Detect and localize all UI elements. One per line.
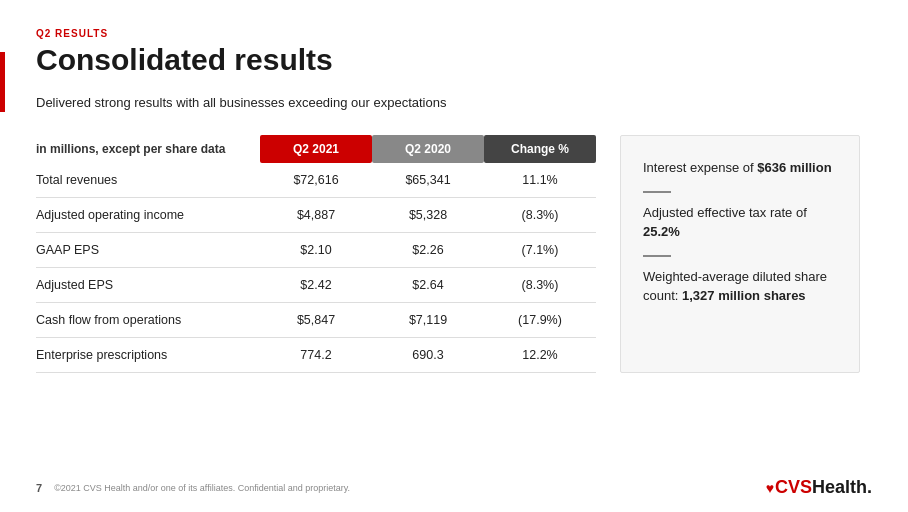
row-change: (17.9%) <box>484 302 596 337</box>
cvs-text: CVS <box>775 477 812 498</box>
info-interest-text: Interest expense of $636 million <box>643 160 832 175</box>
row-change: (7.1%) <box>484 232 596 267</box>
info-divider-2 <box>643 255 671 257</box>
red-bar <box>0 52 5 112</box>
info-item-shares: Weighted-average diluted share count: 1,… <box>643 267 837 305</box>
info-item-tax: Adjusted effective tax rate of 25.2% <box>643 203 837 241</box>
row-q2-2021: $2.42 <box>260 267 372 302</box>
footer-copyright: ©2021 CVS Health and/or one of its affil… <box>54 483 350 493</box>
slide: Q2 RESULTS Consolidated results Delivere… <box>0 0 908 512</box>
table-row: GAAP EPS $2.10 $2.26 (7.1%) <box>36 232 596 267</box>
info-tax-text: Adjusted effective tax rate of 25.2% <box>643 205 807 239</box>
content-area: in millions, except per share data Q2 20… <box>36 135 872 373</box>
table-row: Total revenues $72,616 $65,341 11.1% <box>36 163 596 198</box>
row-q2-2021: $72,616 <box>260 163 372 198</box>
table-row: Adjusted EPS $2.42 $2.64 (8.3%) <box>36 267 596 302</box>
row-label: Adjusted operating income <box>36 197 260 232</box>
cvs-health-text: Health. <box>812 477 872 498</box>
cvs-heart-icon: ♥ <box>766 480 774 496</box>
row-change: 11.1% <box>484 163 596 198</box>
footer: 7 ©2021 CVS Health and/or one of its aff… <box>36 477 872 498</box>
q2-results-label: Q2 RESULTS <box>36 28 872 39</box>
footer-left: 7 ©2021 CVS Health and/or one of its aff… <box>36 482 350 494</box>
row-q2-2020: 690.3 <box>372 337 484 372</box>
page-title: Consolidated results <box>36 43 872 77</box>
table-header-change: Change % <box>484 135 596 163</box>
page-number: 7 <box>36 482 42 494</box>
row-q2-2020: $65,341 <box>372 163 484 198</box>
info-interest-bold: $636 million <box>757 160 831 175</box>
cvs-logo: ♥CVSHealth. <box>766 477 872 498</box>
info-tax-bold: 25.2% <box>643 224 680 239</box>
row-q2-2021: 774.2 <box>260 337 372 372</box>
results-table: in millions, except per share data Q2 20… <box>36 135 596 373</box>
table-section: in millions, except per share data Q2 20… <box>36 135 596 373</box>
info-shares-text: Weighted-average diluted share count: 1,… <box>643 269 827 303</box>
row-change: (8.3%) <box>484 197 596 232</box>
row-label: Total revenues <box>36 163 260 198</box>
info-shares-bold: 1,327 million shares <box>682 288 806 303</box>
row-q2-2021: $5,847 <box>260 302 372 337</box>
row-label: GAAP EPS <box>36 232 260 267</box>
row-label: Cash flow from operations <box>36 302 260 337</box>
table-header-q2-2021: Q2 2021 <box>260 135 372 163</box>
table-row: Adjusted operating income $4,887 $5,328 … <box>36 197 596 232</box>
subtitle: Delivered strong results with all busine… <box>36 93 516 113</box>
row-q2-2020: $2.64 <box>372 267 484 302</box>
row-q2-2021: $4,887 <box>260 197 372 232</box>
row-change: (8.3%) <box>484 267 596 302</box>
row-q2-2020: $5,328 <box>372 197 484 232</box>
table-header-q2-2020: Q2 2020 <box>372 135 484 163</box>
row-change: 12.2% <box>484 337 596 372</box>
row-q2-2021: $2.10 <box>260 232 372 267</box>
table-row: Enterprise prescriptions 774.2 690.3 12.… <box>36 337 596 372</box>
info-box: Interest expense of $636 million Adjuste… <box>620 135 860 373</box>
table-row: Cash flow from operations $5,847 $7,119 … <box>36 302 596 337</box>
info-item-interest: Interest expense of $636 million <box>643 158 837 177</box>
info-divider-1 <box>643 191 671 193</box>
row-q2-2020: $2.26 <box>372 232 484 267</box>
row-q2-2020: $7,119 <box>372 302 484 337</box>
row-label: Adjusted EPS <box>36 267 260 302</box>
row-label: Enterprise prescriptions <box>36 337 260 372</box>
table-header-label: in millions, except per share data <box>36 135 260 163</box>
